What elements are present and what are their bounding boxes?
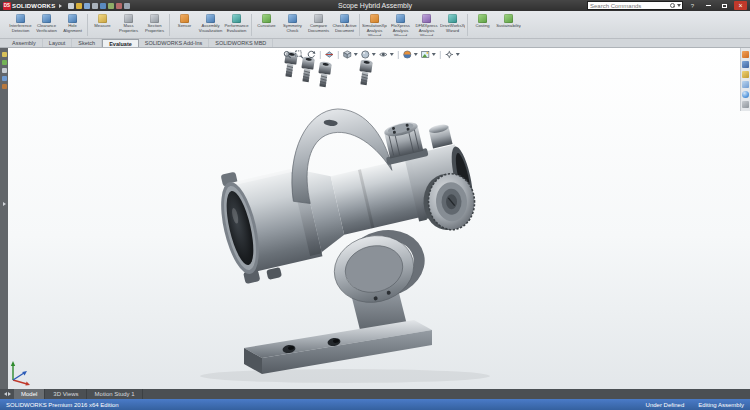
- close-button[interactable]: ×: [734, 1, 747, 10]
- custom-properties-icon[interactable]: [742, 101, 749, 108]
- ribbon-button-interference-detection[interactable]: Interference Detection: [8, 12, 33, 38]
- toolbar-separator: [398, 51, 399, 59]
- measure-icon: [98, 14, 107, 23]
- tab-solidworks-mbd[interactable]: SOLIDWORKS MBD: [209, 39, 273, 47]
- clearance-verification-icon: [42, 14, 51, 23]
- edit-appearance-dropdown-icon[interactable]: [414, 53, 418, 56]
- view-settings-dropdown-icon[interactable]: [456, 53, 460, 56]
- zoom-area-icon[interactable]: [295, 50, 304, 59]
- apply-scene-icon[interactable]: [421, 50, 430, 59]
- rebuild-icon[interactable]: [116, 3, 122, 9]
- save-icon[interactable]: [84, 3, 90, 9]
- tab-3d-views[interactable]: 3D Views: [46, 389, 86, 399]
- maximize-button[interactable]: [718, 1, 731, 10]
- file-explorer-icon[interactable]: [742, 71, 749, 78]
- apply-scene-dropdown-icon[interactable]: [432, 53, 436, 56]
- open-document-icon[interactable]: [76, 3, 82, 9]
- displaymanager-tab-icon[interactable]: [2, 84, 7, 89]
- propertymanager-tab-icon[interactable]: [2, 60, 7, 65]
- edition-label: SOLIDWORKS Premium 2016 x64 Edition: [6, 402, 632, 408]
- ribbon-button-symmetry-check[interactable]: Symmetry Check: [280, 12, 305, 38]
- tab-model[interactable]: Model: [14, 389, 45, 399]
- check-active-document-icon: [340, 14, 349, 23]
- command-manager-ribbon: Interference Detection Clearance Verific…: [0, 11, 750, 39]
- options-icon[interactable]: [124, 3, 130, 9]
- ribbon-button-floxpress[interactable]: FloXpress Analysis Wizard: [388, 12, 413, 38]
- ribbon-separator: [251, 14, 252, 36]
- ribbon-button-clearance-verification[interactable]: Clearance Verification: [34, 12, 59, 38]
- ribbon-button-sustainability[interactable]: Sustainability: [496, 12, 521, 38]
- hide-show-items-icon[interactable]: [379, 50, 388, 59]
- print-icon[interactable]: [92, 3, 98, 9]
- cap-screw-4[interactable]: [358, 59, 373, 85]
- appearances-scenes-icon[interactable]: [742, 91, 749, 98]
- ribbon-button-driveworksxpress[interactable]: DriveWorksXpress Wizard: [440, 12, 465, 38]
- view-orientation-dropdown-icon[interactable]: [354, 53, 358, 56]
- previous-view-icon[interactable]: [307, 50, 316, 59]
- graphics-area[interactable]: [0, 48, 750, 389]
- titlebar: DS SOLIDWORKS Scope Hybrid Assembly ? ×: [0, 0, 750, 11]
- expand-panel-arrow-icon[interactable]: [3, 202, 6, 206]
- tab-solidworks-add-ins[interactable]: SOLIDWORKS Add-Ins: [139, 39, 209, 47]
- ribbon-button-performance-evaluation[interactable]: Performance Evaluation: [224, 12, 249, 38]
- tab-assembly[interactable]: Assembly: [6, 39, 43, 47]
- featuremanager-tab-icon[interactable]: [2, 52, 7, 57]
- ribbon-button-check-active-document[interactable]: Check Active Document: [332, 12, 357, 38]
- search-icon[interactable]: [670, 3, 675, 8]
- curvature-icon: [262, 14, 271, 23]
- ribbon-button-sensor[interactable]: Sensor: [172, 12, 197, 38]
- display-style-icon[interactable]: [361, 50, 370, 59]
- view-settings-icon[interactable]: [445, 50, 454, 59]
- sustainability-icon: [504, 14, 513, 23]
- search-input[interactable]: [590, 2, 668, 10]
- ribbon-button-simulationxpress[interactable]: SimulationXpress Analysis Wizard: [362, 12, 387, 38]
- view-palette-icon[interactable]: [742, 81, 749, 88]
- hide-show-items-dropdown-icon[interactable]: [390, 53, 394, 56]
- ribbon-button-measure[interactable]: Measure: [90, 12, 115, 38]
- zoom-fit-icon[interactable]: [283, 50, 292, 59]
- sensor-icon: [180, 14, 189, 23]
- constraint-state-label: Under Defined: [646, 402, 685, 408]
- tab-sketch[interactable]: Sketch: [72, 39, 102, 47]
- ribbon-button-section-properties[interactable]: Section Properties: [142, 12, 167, 38]
- help-button[interactable]: ?: [686, 1, 699, 10]
- performance-evaluation-icon: [232, 14, 241, 23]
- tab-layout[interactable]: Layout: [43, 39, 73, 47]
- dimxpertmanager-tab-icon[interactable]: [2, 76, 7, 81]
- task-pane-collapsed[interactable]: [740, 48, 750, 111]
- windage-turret[interactable]: [428, 123, 452, 149]
- tab-motion-study-1[interactable]: Motion Study 1: [88, 389, 143, 399]
- simulationxpress-icon: [370, 14, 379, 23]
- feature-manager-collapsed-panel[interactable]: [0, 48, 8, 389]
- display-style-dropdown-icon[interactable]: [372, 53, 376, 56]
- ribbon-button-hole-alignment[interactable]: Hole Alignment: [60, 12, 85, 38]
- undo-icon[interactable]: [100, 3, 106, 9]
- tab-evaluate[interactable]: Evaluate: [102, 39, 139, 47]
- view-orientation-icon[interactable]: [343, 50, 352, 59]
- configurationmanager-tab-icon[interactable]: [2, 68, 7, 73]
- cap-screw-2[interactable]: [300, 56, 315, 82]
- solidworks-resources-icon[interactable]: [742, 51, 749, 58]
- ribbon-button-compare-documents[interactable]: Compare Documents: [306, 12, 331, 38]
- assembly-visualization-icon: [206, 14, 215, 23]
- select-icon[interactable]: [108, 3, 114, 9]
- ribbon-button-dfmxpress[interactable]: DFMXpress Analysis Wizard: [414, 12, 439, 38]
- section-view-icon[interactable]: [325, 50, 334, 59]
- ribbon-button-costing[interactable]: Costing: [470, 12, 495, 38]
- menu-expand-arrow-icon[interactable]: [59, 4, 62, 8]
- minimize-button[interactable]: [702, 1, 715, 10]
- edit-appearance-icon[interactable]: [403, 50, 412, 59]
- ribbon-button-assembly-visualization[interactable]: Assembly Visualization: [198, 12, 223, 38]
- new-document-icon[interactable]: [68, 3, 74, 9]
- ribbon-button-curvature[interactable]: Curvature: [254, 12, 279, 38]
- cap-screw-3[interactable]: [317, 61, 332, 87]
- command-tab-row: Assembly Layout Sketch Evaluate SOLIDWOR…: [0, 39, 750, 48]
- hole-alignment-icon: [68, 14, 77, 23]
- compare-documents-icon: [314, 14, 323, 23]
- tab-scroll-arrows-icon[interactable]: [2, 389, 13, 399]
- search-dropdown-icon[interactable]: [677, 4, 681, 7]
- design-library-icon[interactable]: [742, 61, 749, 68]
- command-search[interactable]: [587, 1, 683, 10]
- model-canvas[interactable]: [0, 48, 750, 389]
- ribbon-button-mass-properties[interactable]: Mass Properties: [116, 12, 141, 38]
